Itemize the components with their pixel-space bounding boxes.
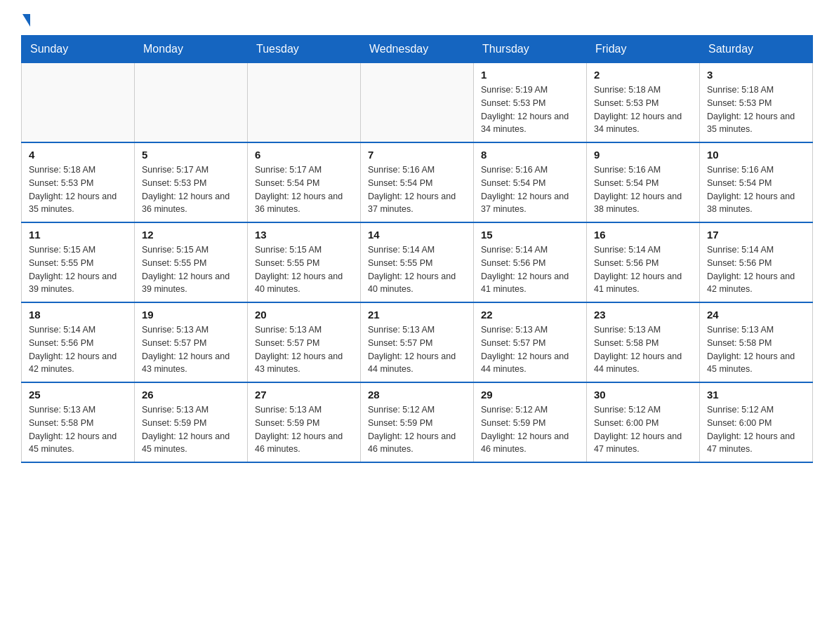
day-number: 23 bbox=[594, 309, 692, 321]
day-info: Sunrise: 5:13 AM Sunset: 5:58 PM Dayligh… bbox=[594, 323, 692, 376]
day-number: 21 bbox=[368, 309, 466, 321]
day-info: Sunrise: 5:15 AM Sunset: 5:55 PM Dayligh… bbox=[142, 243, 240, 296]
day-number: 24 bbox=[707, 309, 805, 321]
day-info: Sunrise: 5:14 AM Sunset: 5:56 PM Dayligh… bbox=[707, 243, 805, 296]
day-number: 5 bbox=[142, 149, 240, 161]
calendar-cell: 2Sunrise: 5:18 AM Sunset: 5:53 PM Daylig… bbox=[587, 63, 700, 143]
day-number: 13 bbox=[255, 229, 353, 241]
calendar-cell: 19Sunrise: 5:13 AM Sunset: 5:57 PM Dayli… bbox=[135, 302, 248, 382]
calendar-cell: 5Sunrise: 5:17 AM Sunset: 5:53 PM Daylig… bbox=[135, 142, 248, 222]
calendar-week-row: 1Sunrise: 5:19 AM Sunset: 5:53 PM Daylig… bbox=[22, 63, 813, 143]
day-number: 4 bbox=[29, 149, 127, 161]
day-info: Sunrise: 5:16 AM Sunset: 5:54 PM Dayligh… bbox=[368, 163, 466, 216]
day-info: Sunrise: 5:12 AM Sunset: 5:59 PM Dayligh… bbox=[368, 403, 466, 456]
calendar-cell: 15Sunrise: 5:14 AM Sunset: 5:56 PM Dayli… bbox=[474, 222, 587, 302]
day-number: 3 bbox=[707, 69, 805, 81]
weekday-header-saturday: Saturday bbox=[700, 36, 813, 63]
calendar-cell: 18Sunrise: 5:14 AM Sunset: 5:56 PM Dayli… bbox=[22, 302, 135, 382]
day-info: Sunrise: 5:16 AM Sunset: 5:54 PM Dayligh… bbox=[481, 163, 579, 216]
day-number: 10 bbox=[707, 149, 805, 161]
weekday-header-tuesday: Tuesday bbox=[248, 36, 361, 63]
day-info: Sunrise: 5:17 AM Sunset: 5:53 PM Dayligh… bbox=[142, 163, 240, 216]
day-number: 2 bbox=[594, 69, 692, 81]
day-number: 29 bbox=[481, 389, 579, 401]
day-info: Sunrise: 5:18 AM Sunset: 5:53 PM Dayligh… bbox=[29, 163, 127, 216]
day-info: Sunrise: 5:13 AM Sunset: 5:59 PM Dayligh… bbox=[255, 403, 353, 456]
calendar-cell: 23Sunrise: 5:13 AM Sunset: 5:58 PM Dayli… bbox=[587, 302, 700, 382]
day-number: 17 bbox=[707, 229, 805, 241]
day-info: Sunrise: 5:18 AM Sunset: 5:53 PM Dayligh… bbox=[594, 83, 692, 136]
calendar-cell bbox=[361, 63, 474, 143]
calendar-cell: 25Sunrise: 5:13 AM Sunset: 5:58 PM Dayli… bbox=[22, 382, 135, 462]
day-number: 20 bbox=[255, 309, 353, 321]
day-info: Sunrise: 5:14 AM Sunset: 5:56 PM Dayligh… bbox=[481, 243, 579, 296]
calendar-cell bbox=[135, 63, 248, 143]
calendar-cell: 24Sunrise: 5:13 AM Sunset: 5:58 PM Dayli… bbox=[700, 302, 813, 382]
day-info: Sunrise: 5:15 AM Sunset: 5:55 PM Dayligh… bbox=[255, 243, 353, 296]
day-number: 1 bbox=[481, 69, 579, 81]
day-number: 16 bbox=[594, 229, 692, 241]
day-number: 14 bbox=[368, 229, 466, 241]
calendar-cell bbox=[248, 63, 361, 143]
calendar-cell: 13Sunrise: 5:15 AM Sunset: 5:55 PM Dayli… bbox=[248, 222, 361, 302]
day-number: 19 bbox=[142, 309, 240, 321]
calendar-cell: 9Sunrise: 5:16 AM Sunset: 5:54 PM Daylig… bbox=[587, 142, 700, 222]
day-number: 15 bbox=[481, 229, 579, 241]
calendar-week-row: 18Sunrise: 5:14 AM Sunset: 5:56 PM Dayli… bbox=[22, 302, 813, 382]
day-info: Sunrise: 5:13 AM Sunset: 5:59 PM Dayligh… bbox=[142, 403, 240, 456]
day-info: Sunrise: 5:13 AM Sunset: 5:58 PM Dayligh… bbox=[29, 403, 127, 456]
day-number: 6 bbox=[255, 149, 353, 161]
calendar-cell: 27Sunrise: 5:13 AM Sunset: 5:59 PM Dayli… bbox=[248, 382, 361, 462]
weekday-header-thursday: Thursday bbox=[474, 36, 587, 63]
calendar-cell: 16Sunrise: 5:14 AM Sunset: 5:56 PM Dayli… bbox=[587, 222, 700, 302]
calendar-cell: 21Sunrise: 5:13 AM Sunset: 5:57 PM Dayli… bbox=[361, 302, 474, 382]
day-info: Sunrise: 5:13 AM Sunset: 5:57 PM Dayligh… bbox=[481, 323, 579, 376]
calendar-header-row: SundayMondayTuesdayWednesdayThursdayFrid… bbox=[22, 36, 813, 63]
day-info: Sunrise: 5:16 AM Sunset: 5:54 PM Dayligh… bbox=[707, 163, 805, 216]
calendar-cell bbox=[22, 63, 135, 143]
day-number: 11 bbox=[29, 229, 127, 241]
day-info: Sunrise: 5:12 AM Sunset: 5:59 PM Dayligh… bbox=[481, 403, 579, 456]
day-info: Sunrise: 5:19 AM Sunset: 5:53 PM Dayligh… bbox=[481, 83, 579, 136]
day-number: 28 bbox=[368, 389, 466, 401]
weekday-header-friday: Friday bbox=[587, 36, 700, 63]
day-info: Sunrise: 5:15 AM Sunset: 5:55 PM Dayligh… bbox=[29, 243, 127, 296]
weekday-header-monday: Monday bbox=[135, 36, 248, 63]
calendar-week-row: 4Sunrise: 5:18 AM Sunset: 5:53 PM Daylig… bbox=[22, 142, 813, 222]
calendar-cell: 30Sunrise: 5:12 AM Sunset: 6:00 PM Dayli… bbox=[587, 382, 700, 462]
day-number: 18 bbox=[29, 309, 127, 321]
page-header bbox=[21, 14, 813, 21]
weekday-header-wednesday: Wednesday bbox=[361, 36, 474, 63]
day-info: Sunrise: 5:18 AM Sunset: 5:53 PM Dayligh… bbox=[707, 83, 805, 136]
logo-triangle-icon bbox=[22, 14, 30, 27]
day-info: Sunrise: 5:14 AM Sunset: 5:55 PM Dayligh… bbox=[368, 243, 466, 296]
day-number: 12 bbox=[142, 229, 240, 241]
day-info: Sunrise: 5:13 AM Sunset: 5:57 PM Dayligh… bbox=[142, 323, 240, 376]
day-number: 25 bbox=[29, 389, 127, 401]
day-number: 8 bbox=[481, 149, 579, 161]
logo bbox=[21, 14, 30, 21]
calendar-cell: 22Sunrise: 5:13 AM Sunset: 5:57 PM Dayli… bbox=[474, 302, 587, 382]
calendar-cell: 1Sunrise: 5:19 AM Sunset: 5:53 PM Daylig… bbox=[474, 63, 587, 143]
day-info: Sunrise: 5:14 AM Sunset: 5:56 PM Dayligh… bbox=[594, 243, 692, 296]
calendar-cell: 4Sunrise: 5:18 AM Sunset: 5:53 PM Daylig… bbox=[22, 142, 135, 222]
day-info: Sunrise: 5:17 AM Sunset: 5:54 PM Dayligh… bbox=[255, 163, 353, 216]
calendar-cell: 28Sunrise: 5:12 AM Sunset: 5:59 PM Dayli… bbox=[361, 382, 474, 462]
calendar-week-row: 25Sunrise: 5:13 AM Sunset: 5:58 PM Dayli… bbox=[22, 382, 813, 462]
day-number: 27 bbox=[255, 389, 353, 401]
calendar-cell: 6Sunrise: 5:17 AM Sunset: 5:54 PM Daylig… bbox=[248, 142, 361, 222]
weekday-header-sunday: Sunday bbox=[22, 36, 135, 63]
calendar-cell: 20Sunrise: 5:13 AM Sunset: 5:57 PM Dayli… bbox=[248, 302, 361, 382]
calendar-cell: 31Sunrise: 5:12 AM Sunset: 6:00 PM Dayli… bbox=[700, 382, 813, 462]
day-number: 31 bbox=[707, 389, 805, 401]
day-info: Sunrise: 5:16 AM Sunset: 5:54 PM Dayligh… bbox=[594, 163, 692, 216]
day-info: Sunrise: 5:13 AM Sunset: 5:57 PM Dayligh… bbox=[368, 323, 466, 376]
day-info: Sunrise: 5:12 AM Sunset: 6:00 PM Dayligh… bbox=[707, 403, 805, 456]
day-info: Sunrise: 5:12 AM Sunset: 6:00 PM Dayligh… bbox=[594, 403, 692, 456]
day-info: Sunrise: 5:13 AM Sunset: 5:57 PM Dayligh… bbox=[255, 323, 353, 376]
day-number: 9 bbox=[594, 149, 692, 161]
day-info: Sunrise: 5:13 AM Sunset: 5:58 PM Dayligh… bbox=[707, 323, 805, 376]
calendar-cell: 12Sunrise: 5:15 AM Sunset: 5:55 PM Dayli… bbox=[135, 222, 248, 302]
calendar-cell: 14Sunrise: 5:14 AM Sunset: 5:55 PM Dayli… bbox=[361, 222, 474, 302]
calendar-cell: 17Sunrise: 5:14 AM Sunset: 5:56 PM Dayli… bbox=[700, 222, 813, 302]
